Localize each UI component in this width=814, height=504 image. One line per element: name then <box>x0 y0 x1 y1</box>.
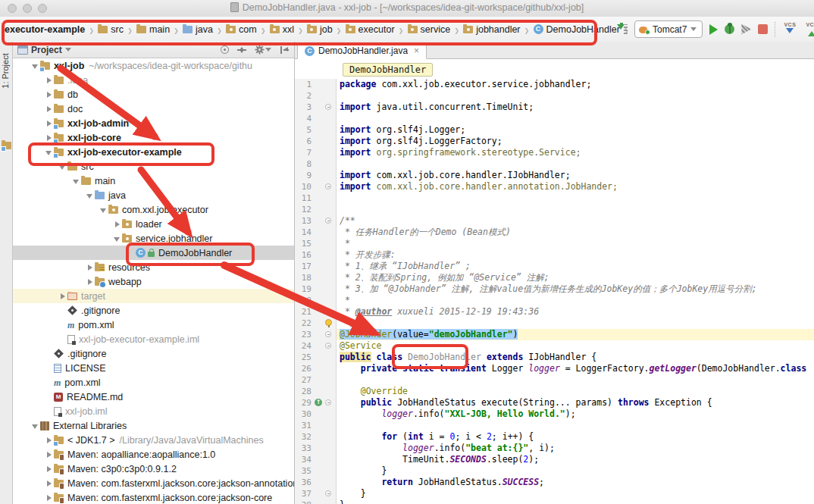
fold-icon[interactable] <box>325 343 331 349</box>
vcs-update-button[interactable]: VCS <box>782 22 797 37</box>
code-line-16[interactable]: 16 * 开发步骤: <box>295 249 814 261</box>
tree-row-java[interactable]: java <box>13 188 294 202</box>
code-line-4[interactable]: 4 <box>295 113 814 124</box>
tree-row-src[interactable]: src <box>13 159 294 174</box>
collapse-all-icon[interactable] <box>280 45 290 55</box>
code-line-31[interactable]: 31 <box>295 420 814 431</box>
tree-row-target[interactable]: target <box>13 289 294 303</box>
code-line-36[interactable]: 36 return JobHandleStatus.SUCCESS; <box>295 477 814 488</box>
tree-row-.gitignore[interactable]: .gitignore <box>13 303 294 318</box>
code-line-19[interactable]: 19 * 3、加 “@JobHander” 注解, 注解value值为新增任务生… <box>295 283 814 295</box>
tree-row-pom.xml[interactable]: mpom.xml <box>13 375 294 390</box>
code-line-25[interactable]: 25public class DemoJobHandler extends IJ… <box>295 352 814 363</box>
expand-right-icon[interactable] <box>113 220 122 229</box>
tree-row-xxl-job-admin[interactable]: xxl-job-admin <box>13 116 294 130</box>
project-tool-tab[interactable]: 1: Project <box>1 44 14 99</box>
expand-right-icon[interactable] <box>45 76 54 85</box>
editor-tab[interactable]: C DemoJobHandler.java × <box>297 42 427 59</box>
expand-right-icon[interactable] <box>45 479 54 488</box>
tree-row-webapp[interactable]: webapp <box>13 274 294 289</box>
tree-row-.gitignore[interactable]: .gitignore <box>13 346 294 361</box>
expand-down-icon[interactable] <box>31 61 40 70</box>
code-line-14[interactable]: 14 * 任务Handler的一个Demo (Bean模式) <box>295 227 814 238</box>
code-line-7[interactable]: 7import org.springframework.stereotype.S… <box>295 147 814 158</box>
project-panel-title[interactable]: Project <box>31 45 62 55</box>
tree-row-com.xxl.job.executor[interactable]: com.xxl.job.executor <box>13 202 294 217</box>
code-line-27[interactable]: 27 <box>295 374 814 386</box>
code-line-22[interactable]: 22 */ <box>295 318 814 329</box>
breadcrumb-item-job[interactable]: job <box>305 23 334 36</box>
code-area[interactable]: 1package com.xxl.job.executor.service.jo… <box>295 79 814 504</box>
code-line-6[interactable]: 6import org.slf4j.LoggerFactory; <box>295 136 814 147</box>
tree-row-db[interactable]: db <box>13 87 294 102</box>
code-line-20[interactable]: 20 * <box>295 295 814 306</box>
code-line-9[interactable]: 9import com.xxl.job.core.handler.IJobHan… <box>295 170 814 181</box>
code-line-30[interactable]: 30 logger.info("XXL-JOB, Hello World."); <box>295 409 814 420</box>
breadcrumb-item-main[interactable]: main <box>135 23 171 36</box>
breadcrumb-item-executor-example[interactable]: executor-example <box>3 23 86 36</box>
breadcrumb-item-executor[interactable]: executor <box>344 23 396 36</box>
tree-row-maven-com.fasterxml.jackson.core-jackson-core[interactable]: Maven: com.fasterxml.jackson.core:jackso… <box>13 490 294 504</box>
fold-icon[interactable] <box>325 331 331 337</box>
expand-right-icon[interactable] <box>45 133 54 142</box>
tree-row-.idea[interactable]: .idea <box>13 73 294 87</box>
expand-down-icon[interactable] <box>99 205 108 214</box>
tree-row-external-libraries[interactable]: External Libraries <box>13 418 294 433</box>
expand-right-icon[interactable] <box>45 90 54 99</box>
breadcrumb-item-demojobhandler[interactable]: CDemoJobHandler <box>532 23 621 36</box>
code-line-3[interactable]: 3import java.util.concurrent.TimeUnit; <box>295 102 814 113</box>
stop-button[interactable] <box>758 24 768 34</box>
tree-row-service.jobhandler[interactable]: service.jobhandler <box>13 231 294 246</box>
fold-icon[interactable] <box>325 399 331 405</box>
expand-down-icon[interactable] <box>113 234 122 243</box>
run-with-coverage-button[interactable] <box>741 24 751 35</box>
code-line-38[interactable]: 38} <box>295 499 814 504</box>
tree-row-maven-com.fasterxml.jackson.core-jackson-annotations[interactable]: Maven: com.fasterxml.jackson.core:jackso… <box>13 476 294 490</box>
code-line-18[interactable]: 18 * 2、装配到Spring, 例如加 “@Service” 注解; <box>295 272 814 283</box>
expand-right-icon[interactable] <box>45 436 54 445</box>
code-line-21[interactable]: 21 * @author xuxueli 2015-12-19 19:43:36 <box>295 306 814 318</box>
run-configuration-select[interactable]: Tomcat7 <box>634 20 703 38</box>
expand-down-icon[interactable] <box>58 162 67 171</box>
tree-row-xxl-job-executor-example.iml[interactable]: xxl-job-executor-example.iml <box>13 332 294 346</box>
code-line-34[interactable]: 34 TimeUnit.SECONDS.sleep(2); <box>295 454 814 465</box>
expand-down-icon[interactable] <box>45 148 54 157</box>
code-line-23[interactable]: 23@JobHander(value="demoJobHandler") <box>295 329 814 340</box>
editor-breadcrumb-chip[interactable]: DemoJobHandler <box>343 63 433 77</box>
code-line-12[interactable]: 12 <box>295 204 814 215</box>
breadcrumb-item-service[interactable]: service <box>406 23 452 36</box>
expand-right-icon[interactable] <box>86 263 95 272</box>
code-line-11[interactable]: 11 <box>295 193 814 204</box>
breadcrumb-item-jobhandler[interactable]: jobhandler <box>462 23 521 36</box>
debug-button[interactable] <box>725 24 734 34</box>
expand-down-icon[interactable] <box>86 191 95 200</box>
expand-right-icon[interactable] <box>45 450 54 459</box>
project-tool-icon[interactable] <box>2 142 11 149</box>
tree-row-doc[interactable]: doc <box>13 102 294 116</box>
code-line-37[interactable]: 37 } <box>295 488 814 499</box>
settings-gear-icon[interactable] <box>255 45 271 55</box>
tree-row-pom.xml[interactable]: mpom.xml <box>13 318 294 332</box>
expand-right-icon[interactable] <box>58 292 67 301</box>
tree-row-maven-aopalliance-aopalliance-1.0[interactable]: Maven: aopalliance:aopalliance:1.0 <box>13 447 294 462</box>
fold-icon[interactable] <box>325 490 331 496</box>
expand-right-icon[interactable] <box>45 119 54 128</box>
tree-row-xxl-job-executor-example[interactable]: xxl-job-executor-example <box>13 145 294 159</box>
tree-row-demojobhandler[interactable]: CDemoJobHandler <box>13 246 294 260</box>
tree-row-maven-c3p0-c3p0-0.9.1.2[interactable]: Maven: c3p0:c3p0:0.9.1.2 <box>13 462 294 476</box>
code-line-33[interactable]: 33 logger.info("beat at:{}", i); <box>295 443 814 454</box>
breadcrumb-item-src[interactable]: src <box>96 23 125 36</box>
chevron-down-icon[interactable] <box>65 48 71 55</box>
expand-right-icon[interactable] <box>86 277 95 286</box>
breadcrumb-item-xxl[interactable]: xxl <box>268 23 296 36</box>
locate-file-icon[interactable] <box>221 45 229 54</box>
fold-icon[interactable] <box>325 104 331 110</box>
scroll-down-icon[interactable] <box>615 23 628 36</box>
tree-row-xxl-job.iml[interactable]: xxl-job.iml <box>13 404 294 418</box>
tree-row-xxl-job-core[interactable]: xxl-job-core <box>13 130 294 145</box>
tree-row--jdk1.7-[interactable]: < JDK1.7 >/Library/Java/JavaVirtualMachi… <box>13 433 294 447</box>
code-line-5[interactable]: 5import org.slf4j.Logger; <box>295 124 814 136</box>
code-line-35[interactable]: 35 } <box>295 465 814 477</box>
expand-down-icon[interactable] <box>31 421 40 430</box>
code-line-28[interactable]: 28 @Override <box>295 386 814 397</box>
